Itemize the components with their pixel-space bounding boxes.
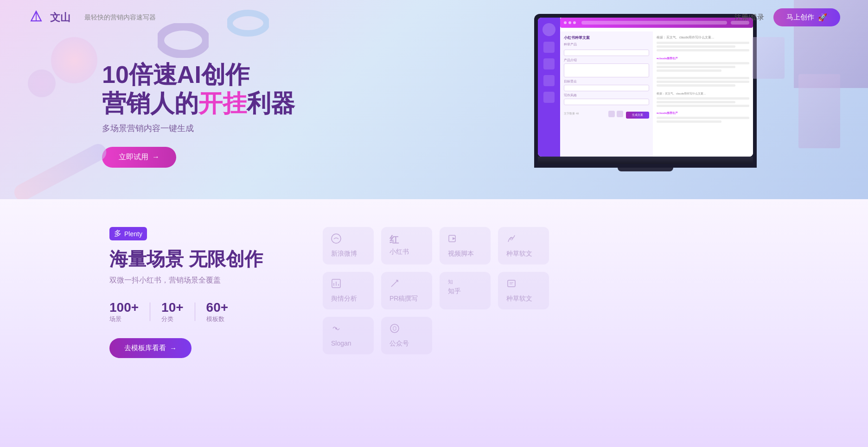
platform-slogan[interactable]: Slogan: [323, 317, 374, 354]
hero-title-line2: 营销人的开挂利器: [102, 89, 295, 118]
platform-weibo[interactable]: 新浪微博: [323, 227, 374, 264]
plenty-badge: 多 Plenty: [109, 227, 147, 240]
laptop-text-3: [657, 49, 749, 51]
slogan-icon: [331, 323, 341, 336]
platform-row-3: Slogan 公众号: [323, 317, 759, 354]
features-desc: 双微一抖小红书，营销场景全覆盖: [109, 276, 286, 285]
svg-point-15: [335, 327, 337, 329]
sentiment-label: 舆情分析: [331, 295, 357, 303]
header-right: 注册/登录 马上创作 🚀: [734, 8, 840, 26]
laptop-textarea: [564, 63, 649, 77]
weibo-icon: [331, 233, 341, 246]
sidebar-icon-2: [543, 58, 555, 69]
laptop-text-10: [657, 97, 749, 100]
login-link[interactable]: 注册/登录: [734, 13, 764, 22]
platform-zhihu[interactable]: 知 知乎: [440, 272, 491, 309]
laptop-text-6: [657, 69, 721, 72]
video-script-label: 视频脚本: [448, 250, 474, 258]
stats: 100+ 场景 10+ 分类 60+ 模板数: [109, 300, 286, 323]
laptop-text-4: [657, 62, 749, 64]
stat-templates-num: 60+: [206, 300, 229, 315]
header: 文山 最轻快的营销内容速写器 注册/登录 马上创作 🚀: [0, 0, 868, 35]
laptop-text-1: [657, 42, 749, 44]
pr-icon: [389, 278, 400, 291]
laptop-content-title: 小红书种草文案: [564, 35, 649, 40]
plenty-badge-label: Plenty: [124, 230, 142, 238]
sentiment-icon: [331, 278, 341, 291]
hero-title-line1: 10倍速AI创作: [102, 60, 295, 89]
laptop-input-3: [564, 99, 649, 105]
official-account-label: 公众号: [389, 340, 409, 348]
plenty-badge-icon: 多: [114, 229, 121, 239]
rocket-icon: 🚀: [818, 13, 827, 22]
stat-scenes-num: 100+: [109, 300, 139, 315]
svg-rect-12: [508, 280, 515, 287]
laptop-sidebar: [538, 18, 560, 157]
features-title: 海量场景 无限创作: [109, 248, 286, 270]
svg-point-4: [332, 234, 341, 243]
laptop-base: [538, 157, 753, 164]
xiaohongshu-icon-text: 红: [389, 233, 399, 246]
sidebar-icon-3: [543, 75, 555, 86]
laptop-screen: 小红书种草文案 种草产品 产品介绍 目标受众 写作风格 文字数量: [534, 14, 757, 168]
hero-section: 文山 最轻快的营销内容速写器 注册/登录 马上创作 🚀 10倍速AI创作 营销人…: [0, 0, 868, 199]
laptop-mockup: 小红书种草文案 种草产品 产品介绍 目标受众 写作风格 文字数量: [534, 14, 757, 171]
stat-categories-label: 分类: [161, 315, 184, 323]
sidebar-icon-1: [543, 42, 555, 53]
platform-pr[interactable]: PR稿撰写: [381, 272, 432, 309]
platform-grass-article-1[interactable]: 种草软文: [498, 227, 549, 264]
slogan-label: Slogan: [331, 340, 351, 347]
laptop-text-12: [657, 105, 749, 107]
stat-categories: 10+ 分类: [150, 300, 195, 323]
stat-categories-num: 10+: [161, 300, 184, 315]
video-icon: [448, 233, 458, 246]
create-now-button[interactable]: 马上创作 🚀: [773, 8, 840, 26]
svg-point-16: [390, 324, 399, 333]
stat-templates: 60+ 模板数: [195, 300, 240, 323]
platform-official-account[interactable]: 公众号: [381, 317, 432, 354]
zhihu-icon-text: 知: [448, 278, 453, 285]
grass-article-1-label: 种草软文: [506, 250, 532, 258]
stat-scenes-label: 场景: [109, 315, 139, 323]
template-library-button[interactable]: 去模板库看看 →: [109, 338, 191, 358]
platform-video-script[interactable]: 视频脚本: [440, 227, 491, 264]
grass-icon-2: [506, 278, 517, 291]
platform-row-2: 舆情分析 PR稿撰写 知 知乎: [323, 272, 759, 309]
laptop-input-2: [564, 85, 649, 91]
hero-text: 10倍速AI创作 营销人的开挂利器 多场景营销内容一键生成 立即试用 →: [102, 60, 295, 168]
platform-sentiment[interactable]: 舆情分析: [323, 272, 374, 309]
official-account-icon: [389, 323, 400, 336]
try-button[interactable]: 立即试用 →: [102, 147, 176, 168]
arrow-icon: →: [152, 153, 160, 161]
laptop-text-2: [657, 45, 735, 48]
laptop-text-13: [657, 117, 749, 119]
platform-grass-article-2[interactable]: 种草软文: [498, 272, 549, 309]
laptop-text-8: [657, 81, 749, 83]
laptop-text-9: [657, 84, 735, 87]
grass-article-2-label: 种草软文: [506, 295, 532, 303]
features-right: 新浪微博 红 小红书 视频脚本: [323, 227, 759, 419]
laptop-text-11: [657, 101, 735, 103]
platform-row-1: 新浪微博 红 小红书 视频脚本: [323, 227, 759, 264]
sidebar-icon-4: [543, 92, 555, 103]
features-inner: 多 Plenty 海量场景 无限创作 双微一抖小红书，营销场景全覆盖 100+ …: [109, 227, 759, 419]
xiaohongshu-label: 小红书: [389, 248, 409, 256]
platform-xiaohongshu[interactable]: 红 小红书: [381, 227, 432, 264]
laptop-generate-btn: 生成文案: [626, 112, 649, 119]
laptop-foot: [618, 168, 673, 171]
svg-marker-6: [453, 237, 455, 240]
stat-scenes: 100+ 场景: [109, 300, 150, 323]
stat-templates-label: 模板数: [206, 315, 229, 323]
logo-area: 文山 最轻快的营销内容速写器: [28, 9, 156, 26]
logo-name: 文山: [50, 11, 70, 25]
hero-subtitle: 多场景营销内容一键生成: [102, 123, 295, 134]
laptop-text-5: [657, 66, 735, 68]
laptop-text-14: [657, 120, 721, 123]
features-section: 多 Plenty 海量场景 无限创作 双微一抖小红书，营销场景全覆盖 100+ …: [0, 199, 868, 447]
zhihu-label: 知乎: [448, 287, 461, 296]
logo-icon: [28, 9, 45, 26]
laptop-inner: 小红书种草文案 种草产品 产品介绍 目标受众 写作风格 文字数量: [538, 18, 753, 157]
logo-slogan: 最轻快的营销内容速写器: [84, 13, 156, 22]
grass-icon-1: [506, 233, 517, 246]
features-left: 多 Plenty 海量场景 无限创作 双微一抖小红书，营销场景全覆盖 100+ …: [109, 227, 286, 419]
